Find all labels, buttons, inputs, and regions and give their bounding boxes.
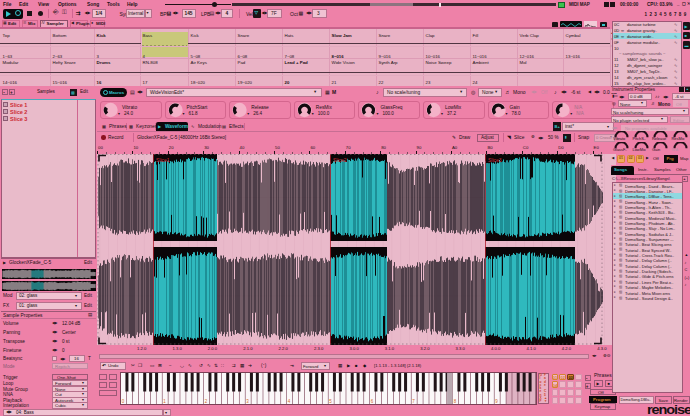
svg-text:Slice2: Slice2	[333, 157, 347, 163]
svg-text:Slice1: Slice1	[156, 157, 170, 163]
svg-text:Slice3: Slice3	[488, 157, 502, 163]
